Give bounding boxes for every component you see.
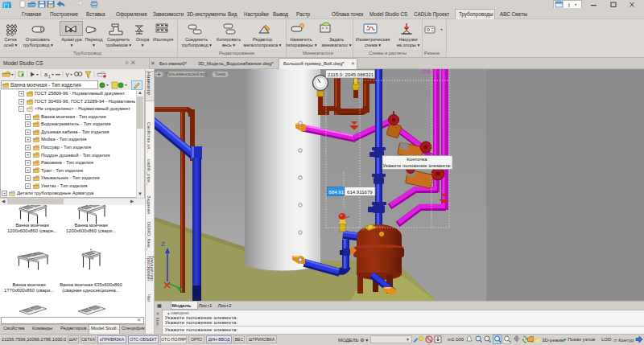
svg-text:684.91: 684.91	[329, 189, 345, 195]
svg-text:1200x600x860 (сварн...: 1200x600x860 (сварн...	[7, 228, 57, 233]
svg-text:Z: Z	[161, 240, 165, 248]
svg-text:Укажите положение элемента:: Укажите положение элемента:	[382, 163, 452, 168]
svg-text:614.911679: 614.911679	[347, 189, 373, 195]
svg-text:(сварная односекционна...: (сварная односекционна...	[62, 288, 120, 293]
svg-text:Ванна моечная 635x600x860: Ванна моечная 635x600x860	[60, 282, 122, 287]
svg-text:a: a	[44, 72, 47, 77]
svg-text:Пользовательский вид: Пользовательский вид	[166, 72, 207, 76]
svg-text:Ванна моечная: Ванна моечная	[74, 223, 107, 228]
svg-text:Ванна моечная: Ванна моечная	[12, 282, 45, 287]
svg-text:i: i	[568, 2, 570, 9]
svg-text:Ванна моечная: Ванна моечная	[15, 223, 48, 228]
svg-text:2115.0: 2045.088321: 2115.0: 2045.088321	[328, 72, 374, 77]
svg-text:1200x600x860 (свари...: 1200x600x860 (свари...	[66, 228, 116, 233]
svg-text:Y: Y	[65, 72, 69, 79]
svg-text:2755.088828: 2755.088828	[422, 69, 445, 74]
svg-text:Конточка: Конточка	[407, 157, 427, 162]
svg-text:1: 1	[48, 74, 51, 79]
svg-text:1770x600x860 (свари...: 1770x600x860 (свари...	[4, 288, 54, 293]
svg-text:Тонир: Тонир	[215, 72, 226, 76]
